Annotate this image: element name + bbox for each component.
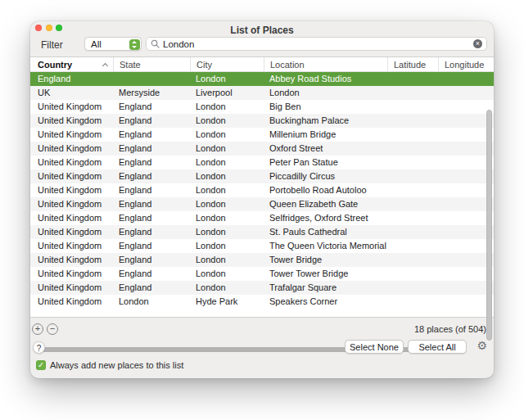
cell-city: London [190,156,264,169]
cell-location: Big Ben [264,100,387,114]
cell-city: Liverpool [190,86,264,100]
cell-location: Peter Pan Statue [264,156,387,169]
cell-country: United Kingdom [30,267,113,281]
table-row[interactable]: United KingdomEnglandLondonTower Bridge [30,253,494,267]
table-row[interactable]: United KingdomEnglandLondonTrafalgar Squ… [30,281,494,295]
cell-latitude [387,169,438,183]
search-icon [151,39,160,48]
list-of-places-window: List of Places Filter All × CountryState… [30,21,494,378]
add-place-button[interactable]: + [32,323,43,335]
always-add-checkbox[interactable]: ✓ [36,360,46,370]
select-all-button[interactable]: Select All [408,340,467,354]
cell-location: Tower Bridge [264,253,387,267]
cell-longitude [438,169,494,183]
column-header-city[interactable]: City [190,57,264,71]
cell-city: London [190,183,264,197]
table-body: EnglandLondonAbbey Road StudiosUKMersysi… [30,72,494,309]
chevron-up-icon [132,41,137,43]
cell-state: England [113,211,190,225]
column-header-state[interactable]: State [113,57,190,71]
cell-latitude [387,211,438,225]
cell-longitude [438,295,494,309]
cell-location: Selfridges, Oxford Street [264,211,387,225]
cell-city: London [190,100,264,114]
cell-latitude [387,100,438,114]
cell-location: Buckingham Palace [264,114,387,128]
filter-label: Filter [41,39,63,51]
cell-country: United Kingdom [30,156,113,169]
cell-city: London [190,169,264,183]
cell-state: England [113,142,190,156]
table-row[interactable]: United KingdomEnglandLondonQueen Elizabe… [30,197,494,211]
table-row[interactable]: United KingdomEnglandLondonPiccadilly Ci… [30,169,494,183]
cell-longitude [438,128,494,142]
title-bar[interactable]: List of Places [30,21,494,34]
table-row[interactable]: United KingdomLondonHyde ParkSpeakers Co… [30,295,494,309]
clear-search-icon[interactable]: × [473,39,482,48]
cell-city: London [190,128,264,142]
column-header-latitude[interactable]: Latitude [387,57,438,71]
cell-state: Mersyside [113,86,190,100]
cell-state: England [113,156,190,169]
cell-latitude [387,156,438,169]
cell-country: United Kingdom [30,169,113,183]
cell-location: Tower Tower Bridge [264,267,387,281]
table-row[interactable]: United KingdomEnglandLondonMillenium Bri… [30,128,494,142]
table-row[interactable]: United KingdomEnglandLondonTower Tower B… [30,267,494,281]
cell-country: United Kingdom [30,211,113,225]
cell-country: United Kingdom [30,239,113,253]
cell-country: United Kingdom [30,114,113,128]
cell-latitude [387,295,438,309]
cell-location: Abbey Road Studios [264,72,387,86]
table-row[interactable]: United KingdomEnglandLondonOxford Street [30,142,494,156]
cell-country: United Kingdom [30,281,113,295]
search-input[interactable] [160,38,473,50]
help-button[interactable]: ? [33,341,45,354]
cell-longitude [438,142,494,156]
table-row[interactable]: United KingdomEnglandLondonPortobello Ro… [30,183,494,197]
cell-state: England [113,253,190,267]
cell-city: London [190,142,264,156]
filter-toolbar: Filter All × [30,34,494,56]
cell-location: Oxford Street [264,142,387,156]
cell-longitude [438,100,494,114]
column-header-country[interactable]: Country [30,57,113,71]
table-row[interactable]: UKMersysideLiverpoolLondon [30,86,494,100]
table-row[interactable]: EnglandLondonAbbey Road Studios [30,72,494,86]
cell-location: Speakers Corner [264,295,387,309]
gear-icon[interactable]: ⚙ [477,339,487,352]
search-field[interactable]: × [146,37,487,51]
cell-longitude [438,114,494,128]
places-count: 18 places (of 504) [414,324,486,334]
cell-location: St. Pauls Cathedral [264,225,387,239]
always-add-checkbox-row: ✓ Always add new places to this list [36,360,183,370]
cell-country: United Kingdom [30,128,113,142]
cell-city: London [190,239,264,253]
cell-state: England [113,100,190,114]
cell-state: London [113,295,190,309]
cell-longitude [438,72,494,86]
table-row[interactable]: United KingdomEnglandLondonBig Ben [30,100,494,114]
column-header-location[interactable]: Location [264,57,387,71]
cell-country: United Kingdom [30,183,113,197]
column-header-longitude[interactable]: Longitude [438,57,494,71]
cell-location: Piccadilly Circus [264,169,387,183]
table-row[interactable]: United KingdomEnglandLondonThe Queen Vic… [30,239,494,253]
cell-state: England [113,267,190,281]
cell-latitude [387,281,438,295]
cell-state: England [113,197,190,211]
table-row[interactable]: United KingdomEnglandLondonSelfridges, O… [30,211,494,225]
table-row[interactable]: United KingdomEnglandLondonSt. Pauls Cat… [30,225,494,239]
table-row[interactable]: United KingdomEnglandLondonBuckingham Pa… [30,114,494,128]
cell-city: London [190,225,264,239]
cell-country: United Kingdom [30,142,113,156]
remove-place-button[interactable]: − [47,323,58,335]
cell-city: London [190,197,264,211]
cell-location: Queen Elizabeth Gate [264,197,387,211]
table-row[interactable]: United KingdomEnglandLondonPeter Pan Sta… [30,156,494,169]
cell-location: London [264,86,387,100]
cell-latitude [387,253,438,267]
filter-dropdown[interactable]: All [84,37,142,51]
vertical-scrollbar[interactable] [486,110,492,341]
select-none-button[interactable]: Select None [345,340,404,354]
